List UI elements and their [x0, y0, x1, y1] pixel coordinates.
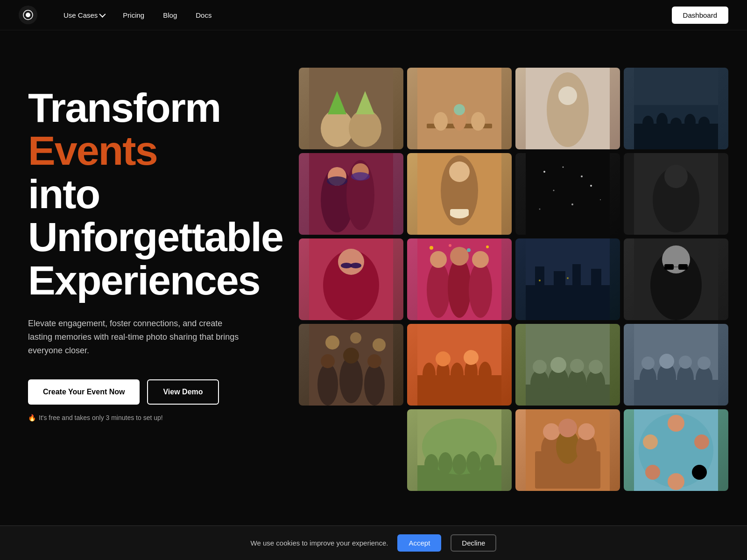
svg-point-139: [645, 465, 660, 480]
svg-point-136: [694, 434, 709, 449]
svg-point-62: [467, 248, 471, 252]
svg-point-43: [571, 203, 573, 205]
nav-item-docs[interactable]: Docs: [188, 7, 219, 23]
svg-point-86: [343, 348, 359, 364]
photo-cell-1: [299, 68, 403, 149]
photo-grid: [299, 30, 747, 560]
svg-point-82: [317, 364, 338, 406]
svg-point-42: [539, 209, 541, 210]
svg-point-38: [563, 167, 564, 168]
svg-point-37: [543, 171, 545, 173]
photo-cell-20: [624, 409, 728, 491]
svg-point-122: [452, 454, 466, 475]
photo-cell-7: [515, 153, 620, 235]
photo-cell-10: [407, 238, 512, 320]
photo-cell-12: [624, 238, 728, 320]
view-demo-button[interactable]: View Demo: [147, 379, 218, 405]
svg-point-115: [679, 356, 692, 369]
svg-point-109: [640, 366, 656, 392]
cookie-banner: We use cookies to improve your experienc…: [0, 525, 747, 560]
svg-point-124: [480, 454, 494, 475]
svg-point-57: [430, 251, 447, 268]
svg-rect-75: [664, 264, 674, 270]
nav-links: Use Cases Pricing Blog Docs: [56, 7, 672, 23]
chevron-down-icon: [99, 11, 106, 18]
nav-item-pricing[interactable]: Pricing: [115, 7, 152, 23]
svg-point-58: [450, 247, 469, 266]
svg-point-21: [684, 114, 696, 130]
photo-cell-16: [624, 324, 728, 406]
svg-point-54: [427, 262, 450, 318]
svg-point-3: [321, 110, 353, 147]
svg-point-113: [641, 357, 655, 370]
svg-point-56: [469, 262, 492, 318]
svg-point-15: [558, 86, 577, 105]
nav-item-blog[interactable]: Blog: [155, 7, 184, 23]
create-event-button[interactable]: Create Your Event Now: [28, 379, 140, 405]
svg-rect-76: [678, 264, 688, 270]
svg-point-120: [424, 454, 438, 475]
photo-cell-19: [515, 409, 620, 491]
svg-point-52: [350, 263, 361, 268]
svg-point-12: [454, 104, 465, 115]
photo-cell-9: [299, 238, 403, 320]
svg-point-79: [325, 336, 339, 350]
accept-cookies-button[interactable]: Accept: [397, 534, 441, 552]
navbar: Use Cases Pricing Blog Docs Dashboard: [0, 0, 747, 30]
svg-point-50: [338, 249, 364, 275]
svg-point-90: [423, 363, 436, 386]
svg-point-106: [589, 360, 603, 374]
svg-point-104: [550, 357, 566, 373]
svg-rect-35: [450, 209, 469, 216]
svg-point-80: [350, 332, 361, 343]
svg-point-103: [533, 360, 547, 374]
logo[interactable]: [19, 6, 37, 24]
photo-cell-2: [407, 68, 512, 149]
photo-cell-6: [407, 153, 512, 235]
svg-rect-69: [591, 269, 601, 304]
svg-point-60: [430, 246, 433, 250]
svg-point-111: [677, 365, 694, 392]
cookie-message: We use cookies to improve your experienc…: [251, 539, 388, 547]
svg-point-59: [472, 251, 489, 268]
svg-point-132: [578, 423, 595, 440]
svg-point-105: [570, 359, 584, 373]
svg-point-84: [364, 364, 385, 406]
svg-point-138: [668, 473, 684, 490]
svg-point-55: [448, 257, 471, 318]
photo-cell-11: [515, 238, 620, 320]
svg-point-92: [451, 363, 464, 386]
svg-point-130: [543, 423, 560, 440]
svg-point-114: [659, 354, 674, 369]
svg-point-85: [321, 354, 335, 368]
fire-icon: 🔥: [28, 414, 36, 421]
hero-title: Transform Events into Unforgettable Expe…: [28, 86, 271, 302]
svg-point-40: [553, 190, 555, 191]
svg-point-101: [568, 369, 586, 398]
svg-point-63: [486, 245, 489, 248]
svg-rect-23: [634, 68, 718, 105]
nav-item-use-cases[interactable]: Use Cases: [56, 7, 112, 23]
hero-description: Elevate engagement, foster connections, …: [28, 317, 243, 357]
dashboard-button[interactable]: Dashboard: [672, 7, 728, 24]
svg-point-39: [581, 175, 583, 177]
svg-point-121: [438, 452, 452, 475]
photo-cell-5: [299, 153, 403, 235]
decline-cookies-button[interactable]: Decline: [451, 534, 496, 552]
svg-point-123: [466, 451, 480, 475]
photo-cell-8: [624, 153, 728, 235]
svg-rect-68: [572, 264, 581, 304]
svg-rect-66: [535, 266, 544, 304]
svg-point-19: [656, 113, 668, 130]
svg-point-135: [668, 415, 684, 432]
svg-point-30: [351, 172, 370, 181]
svg-point-94: [479, 362, 492, 386]
hero-note: 🔥 It's free and takes only 3 minutes to …: [28, 414, 271, 421]
photo-cell-13: [299, 324, 403, 406]
hero-section: Transform Events into Unforgettable Expe…: [0, 30, 299, 560]
svg-point-41: [590, 185, 592, 187]
svg-point-61: [449, 244, 451, 247]
photo-cell-3: [515, 68, 620, 149]
svg-point-33: [449, 161, 470, 182]
svg-rect-36: [526, 153, 610, 235]
